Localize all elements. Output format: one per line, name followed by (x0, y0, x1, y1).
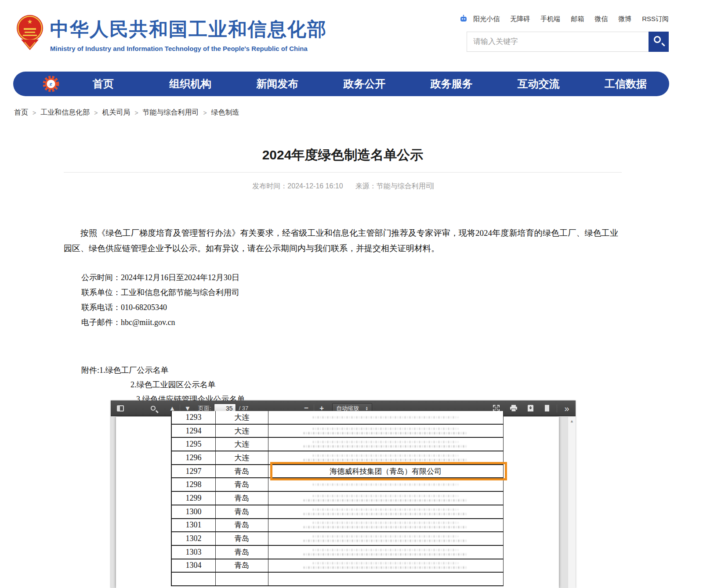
row-company-redacted (268, 559, 503, 572)
pdf-viewer: ▲ ▼ 页面: / 37 − + 自动缩放 ▲▼ (111, 400, 576, 588)
table-row: 1294 大连 (172, 425, 503, 438)
utility-links: 阳光小信 无障碍 手机端 邮箱 微信 微博 RSS订阅 (459, 14, 669, 23)
row-company: 海德威科技集团（青岛）有限公司 (268, 465, 503, 478)
publish-time: 2024-12-16 16:10 (287, 182, 343, 190)
contact-phone: 联系电话：010-68205340 (81, 300, 239, 315)
row-city (216, 573, 268, 585)
pdf-scrollbar[interactable]: ▲ (568, 417, 576, 588)
utility-link-assistant[interactable]: 阳光小信 (473, 15, 500, 23)
utility-link-accessibility[interactable]: 无障碍 (510, 15, 530, 23)
row-company-redacted (268, 425, 503, 437)
nav-item-gov-disclosure[interactable]: 政务公开 (321, 77, 408, 91)
title-divider (64, 172, 622, 173)
row-city: 青岛 (216, 519, 268, 532)
download-icon (527, 405, 534, 411)
svg-text:★: ★ (27, 18, 33, 25)
page-up-icon: ▲ (169, 405, 176, 411)
attachment-green-industrial-park[interactable]: 2.绿色工业园区公示名单 (64, 378, 245, 392)
page-total: / 37 (239, 405, 249, 411)
assistant-robot-icon (459, 14, 468, 23)
row-city: 大连 (216, 438, 268, 451)
sidebar-toggle-button[interactable] (114, 403, 127, 414)
find-button[interactable] (147, 403, 159, 414)
scroll-up-icon[interactable]: ▲ (568, 419, 576, 423)
bookmark-button[interactable] (541, 403, 553, 414)
table-row: 1293 大连 (172, 411, 503, 425)
nav-item-gov-services[interactable]: 政务服务 (408, 77, 495, 91)
find-icon (151, 406, 156, 411)
table-row: 1304 青岛 (172, 559, 503, 573)
nav-item-interaction[interactable]: 互动交流 (495, 77, 582, 91)
row-city: 青岛 (216, 505, 268, 518)
row-number: 1300 (172, 505, 216, 518)
print-button[interactable] (507, 403, 520, 414)
search-input[interactable] (467, 32, 649, 52)
table-row: 1299 青岛 (172, 492, 503, 505)
page-down-icon: ▼ (185, 405, 191, 411)
nav-item-miit-data[interactable]: 工信数据 (582, 77, 669, 91)
national-emblem-logo: ★ (16, 13, 44, 52)
more-tools-icon: » (564, 404, 569, 413)
utility-link-mobile[interactable]: 手机端 (540, 15, 560, 23)
print-icon (510, 405, 517, 411)
row-company-redacted (268, 438, 503, 451)
pdf-page: 1293 大连 1294 大连 1295 大连 1296 大连 (116, 417, 559, 588)
bookmark-icon (545, 405, 549, 411)
table-row-highlighted: 1297 青岛 海德威科技集团（青岛）有限公司 (172, 465, 503, 479)
utility-link-weibo[interactable]: 微博 (618, 15, 631, 23)
breadcrumb-energy-dept[interactable]: 节能与综合利用司 (143, 108, 199, 117)
table-row: 1295 大连 (172, 438, 503, 451)
utility-link-wechat[interactable]: 微信 (594, 15, 608, 23)
breadcrumb-separator: > (94, 109, 98, 116)
row-company-redacted (268, 573, 503, 585)
article-meta: 发布时间：2024-12-16 16:10来源：节能与综合利用司 (64, 182, 622, 191)
row-company-redacted (268, 532, 503, 545)
row-number: 1293 (172, 411, 216, 424)
site-title: 中华人民共和国工业和信息化部 (50, 17, 327, 42)
table-row: 1302 青岛 (172, 532, 503, 546)
attachment-green-factory[interactable]: 附件:1.绿色工厂公示名单 (64, 363, 245, 378)
highlighted-company-name: 海德威科技集团（青岛）有限公司 (330, 466, 442, 476)
breadcrumb-separator: > (203, 109, 207, 116)
presentation-mode-icon (493, 405, 500, 411)
search-button[interactable] (649, 32, 669, 52)
svg-text:e: e (50, 80, 52, 87)
contact-unit: 联系单位：工业和信息化部节能与综合利用司 (81, 285, 239, 300)
contact-email: 电子邮件：hbc@miit.gov.cn (81, 315, 239, 330)
nav-item-home[interactable]: 首页 (60, 77, 147, 91)
row-company-redacted (268, 505, 503, 518)
row-company-redacted (268, 411, 503, 424)
nav-item-organization[interactable]: 组织机构 (147, 77, 234, 91)
utility-link-mailbox[interactable]: 邮箱 (571, 15, 584, 23)
breadcrumb-departments[interactable]: 机关司局 (102, 108, 130, 117)
breadcrumb-green-manufacturing[interactable]: 绿色制造 (211, 108, 239, 117)
row-city: 青岛 (216, 465, 268, 478)
site-subtitle: Ministry of Industry and Information Tec… (50, 45, 327, 52)
breadcrumb-miit[interactable]: 工业和信息化部 (40, 108, 90, 117)
nav-item-news[interactable]: 新闻发布 (234, 77, 321, 91)
download-button[interactable] (524, 403, 536, 414)
article: 2024年度绿色制造名单公示 发布时间：2024-12-16 16:10来源：节… (64, 145, 622, 400)
row-city: 青岛 (216, 492, 268, 505)
site-search (467, 32, 669, 52)
row-city: 青岛 (216, 532, 268, 545)
row-city: 大连 (216, 411, 268, 424)
row-company-redacted (268, 492, 503, 505)
breadcrumb-separator: > (134, 109, 138, 116)
row-company-redacted (268, 546, 503, 559)
row-number: 1296 (172, 451, 216, 464)
more-tools-button[interactable]: » (561, 403, 573, 414)
row-city: 青岛 (216, 559, 268, 572)
select-caret-icon: ▲▼ (365, 406, 368, 411)
table-row: 1303 青岛 (172, 546, 503, 559)
sidebar-toggle-icon (117, 405, 124, 411)
row-number: 1302 (172, 532, 216, 545)
table-row: 1296 大连 (172, 451, 503, 465)
utility-link-rss[interactable]: RSS订阅 (642, 15, 669, 23)
row-city: 大连 (216, 425, 268, 437)
row-city: 青岛 (216, 478, 268, 491)
pdf-body: 1293 大连 1294 大连 1295 大连 1296 大连 (111, 417, 576, 588)
source-label: 来源： (355, 182, 377, 190)
row-number: 1294 (172, 425, 216, 437)
breadcrumb-home[interactable]: 首页 (14, 108, 28, 117)
